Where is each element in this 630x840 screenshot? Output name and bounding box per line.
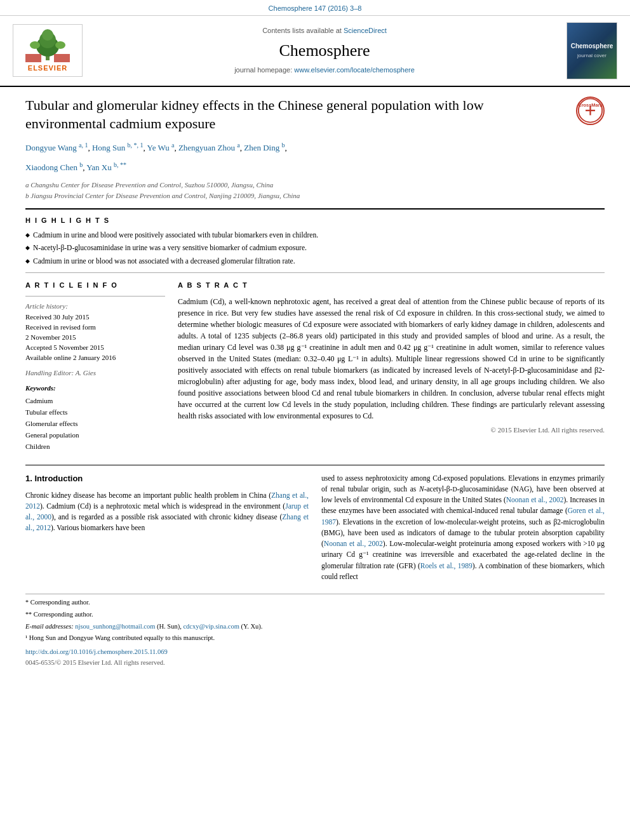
doi-line[interactable]: http://dx.doi.org/10.1016/j.chemosphere.… [25,647,605,657]
handling-editor: Handling Editor: A. Gies [25,368,165,378]
author-yan: Yan Xu [86,163,112,173]
issn-line: 0045-6535/© 2015 Elsevier Ltd. All right… [25,658,605,667]
divider-after-affiliations [25,208,605,210]
article-info-column: A R T I C L E I N F O Article history: R… [25,281,165,453]
journal-name: Chemosphere [95,39,554,63]
abstract-column: A B S T R A C T Cadmium (Cd), a well-kno… [178,281,605,453]
svg-rect-6 [25,54,41,62]
footnote-equal-contrib: ¹ Hong Sun and Dongyue Wang contributed … [25,634,605,643]
elsevier-logo-box: ELSEVIER [13,24,83,77]
received-date: Received 30 July 2015 [25,312,165,323]
ref-zhang-2012-left2[interactable]: Zhang et al., 2012 [25,513,309,531]
footnote-star-text: Corresponding author. [30,599,90,606]
ref-noonan-2002-r2[interactable]: Noonan et al., 2002 [324,540,383,547]
journal-ref-text: Chemosphere 147 (2016) 3–8 [269,4,362,12]
ref-noonan-2002-r1[interactable]: Noonan et al., 2002 [506,496,564,503]
section1-title: 1. Introduction [25,473,309,485]
keyword-3: Glomerular effects [25,419,165,429]
footnote-double-star-text: Corresponding author. [34,611,93,618]
article-title: Tubular and glomerular kidney effects in… [25,97,605,133]
journal-title-area: Contents lists available at ScienceDirec… [83,26,566,76]
footnote-star: * Corresponding author. [25,598,605,608]
divider-article-info-top [25,296,165,297]
svg-point-5 [55,41,65,49]
journal-cover-thumbnail: Chemosphere journal cover [566,22,617,79]
crossmark-icon: CrossMark [576,97,605,125]
ref-goren-1987[interactable]: Goren et al., 1987 [321,507,605,525]
article-info-abstract-row: A R T I C L E I N F O Article history: R… [25,281,605,453]
svg-point-4 [30,41,40,49]
authors-line1: Dongyue Wang a, 1, Hong Sun b, *, 1, Ye … [25,140,605,155]
available-date: Available online 2 January 2016 [25,353,165,363]
abstract-paragraph: Cadmium (Cd), a well-known nephrotoxic a… [178,296,605,422]
body-col-right: used to assess nephrotoxicity among Cd-e… [321,473,605,588]
footnote-star-symbol: * [25,599,29,606]
author-dongyue-sup: a, 1 [79,142,88,149]
history-label: Article history: [25,302,165,312]
journal-reference-bar: Chemosphere 147 (2016) 3–8 [0,0,630,16]
journal-header: ELSEVIER Contents lists available at Sci… [0,16,630,87]
affiliation-a: a Changshu Center for Disease Prevention… [25,180,605,190]
elsevier-brand-text: ELSEVIER [28,63,67,74]
body-two-col: 1. Introduction Chronic kidney disease h… [25,473,605,588]
highlights-section: H I G H L I G H T S Cadmium in urine and… [25,216,605,265]
accepted-date: Accepted 5 November 2015 [25,343,165,353]
crossmark-svg: CrossMark [577,97,603,124]
author-xiaodong: Xiaodong Chen [25,163,77,173]
footnotes-section: * Corresponding author. ** Corresponding… [25,594,605,667]
divider-after-highlights [25,272,605,273]
author-zhen: Zhen Ding [244,143,279,152]
body-left-text: Chronic kidney disease has become an imp… [25,490,309,534]
revised-label: Received in revised form [25,323,165,333]
affiliation-b: b Jiangsu Provincial Center for Disease … [25,190,605,201]
highlight-item-1: Cadmium in urine and blood were positive… [25,230,605,240]
footnote-email: E-mail addresses: njsou_sunhong@hotmail.… [25,622,605,632]
keyword-2: Tubular effects [25,408,165,418]
ref-jarup-2000[interactable]: Jarup et al., 2000 [25,502,309,521]
email-xu[interactable]: cdcxy@vip.sina.com [183,623,239,630]
contents-line: Contents lists available at ScienceDirec… [95,26,554,36]
keywords-header: Keywords: [25,383,165,394]
elsevier-logo: ELSEVIER [16,27,79,74]
author-dongyue: Dongyue Wang [25,143,77,152]
email-sun[interactable]: njsou_sunhong@hotmail.com [75,623,155,630]
copyright-line: © 2015 Elsevier Ltd. All rights reserved… [178,425,605,436]
abstract-text: Cadmium (Cd), a well-known nephrotoxic a… [178,296,605,422]
email-label: E-mail addresses: [25,623,74,630]
footnote-double-star: ** Corresponding author. [25,610,605,620]
author-hong: Hong Sun [92,143,125,152]
article-info-header: A R T I C L E I N F O [25,281,165,291]
highlights-header: H I G H L I G H T S [25,216,605,226]
elsevier-tree-icon [25,27,70,62]
crossmark-container: CrossMark [576,97,605,125]
journal-homepage: journal homepage: www.elsevier.com/locat… [95,65,554,76]
keyword-4: General population [25,430,165,441]
homepage-url[interactable]: www.elsevier.com/locate/chemosphere [294,66,415,74]
body-col-left: 1. Introduction Chronic kidney disease h… [25,473,309,588]
article-history-group: Article history: Received 30 July 2015 R… [25,302,165,364]
footnote-double-star-symbol: ** [25,611,32,618]
author-hong-sup: b, *, 1 [128,142,144,149]
title-row: Tubular and glomerular kidney effects in… [25,97,605,133]
body-right-text: used to assess nephrotoxicity among Cd-e… [321,473,605,583]
ref-roels-1989[interactable]: Roels et al., 1989 [420,562,473,570]
highlight-item-2: N-acetyl-β-D-glucosaminidase in urine wa… [25,243,605,253]
sciencedirect-link[interactable]: ScienceDirect [344,27,387,34]
author-zhengyuan: Zhengyuan Zhou [178,143,235,152]
affiliations: a Changshu Center for Disease Prevention… [25,180,605,201]
authors-line2: Xiaodong Chen b, Yan Xu b, ** [25,160,605,175]
svg-rect-7 [54,54,70,62]
abstract-header: A B S T R A C T [178,281,605,291]
keyword-5: Children [25,442,165,452]
revised-date: 2 November 2015 [25,333,165,343]
svg-point-3 [42,29,53,41]
page-container: Chemosphere 147 (2016) 3–8 [0,0,630,840]
highlight-item-3: Cadmium in urine or blood was not associ… [25,256,605,266]
main-content-area: Tubular and glomerular kidney effects in… [0,87,630,674]
author-ye: Ye Wu [147,143,170,152]
keyword-1: Cadmium [25,396,165,406]
ref-zhang-2012-left[interactable]: Zhang et al., 2012 [25,491,309,510]
body-section: 1. Introduction Chronic kidney disease h… [25,465,605,588]
